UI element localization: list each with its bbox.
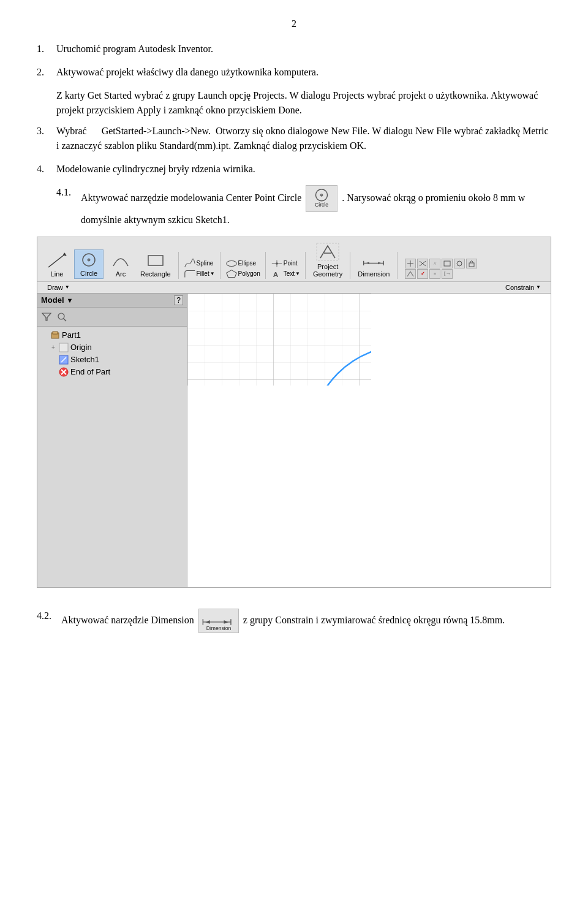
item41-text-before: Aktywować narzędzie modelowania Center P… bbox=[81, 192, 301, 203]
svg-point-32 bbox=[58, 313, 64, 319]
origin-icon bbox=[59, 343, 69, 352]
filter-btn[interactable] bbox=[40, 310, 53, 324]
canvas-area[interactable] bbox=[187, 294, 551, 587]
tool-line[interactable]: Line bbox=[42, 251, 72, 279]
item1-text: Uruchomić program Autodesk Inventor. bbox=[56, 42, 213, 56]
rt-btn-1[interactable] bbox=[405, 259, 416, 268]
model-panel-title: Model ▼ bbox=[41, 295, 73, 305]
spline-icon bbox=[184, 259, 196, 268]
rt-row-2: ✓ ≡ [→ bbox=[405, 269, 477, 279]
z-karty-text: Z karty Get Started wybrać z grupy Launc… bbox=[56, 90, 538, 115]
rt-btn-lock[interactable] bbox=[466, 259, 477, 268]
tree-item-end-of-part[interactable]: End of Part bbox=[37, 366, 187, 378]
part1-label: Part1 bbox=[62, 330, 81, 340]
circle-icon bbox=[79, 251, 99, 268]
line-icon bbox=[47, 252, 67, 269]
svg-rect-30 bbox=[469, 263, 474, 267]
item42-num: 4.2. bbox=[37, 609, 56, 623]
polygon-label: Polygon bbox=[238, 270, 260, 277]
draw-section-label[interactable]: Draw ▼ bbox=[42, 283, 75, 292]
constrain-section-label[interactable]: Constrain ▼ bbox=[500, 283, 546, 292]
svg-text:A: A bbox=[273, 270, 278, 278]
tool-point[interactable]: Point bbox=[271, 259, 300, 268]
fillet-label: Fillet bbox=[197, 270, 209, 277]
divider-6 bbox=[397, 252, 398, 279]
item41-num: 4.1. bbox=[56, 185, 76, 200]
model-panel-toolbar bbox=[37, 308, 187, 327]
section-2: 2. Aktywować projekt właściwy dla danego… bbox=[37, 65, 551, 80]
tool-dimension[interactable]: Dimension bbox=[355, 248, 392, 279]
tool-spline[interactable]: Spline bbox=[184, 259, 215, 268]
divider-4 bbox=[305, 252, 306, 279]
rt-row-1: // bbox=[405, 259, 477, 268]
model-panel-help-btn[interactable]: ? bbox=[174, 295, 183, 305]
section-42: 4.2. Aktywować narzędzie Dimension Dimen… bbox=[37, 609, 551, 633]
section-3: 3. Wybrać GetStarted->Launch->New. Otwor… bbox=[37, 124, 551, 153]
part1-icon bbox=[50, 330, 60, 340]
tool-arc[interactable]: Arc bbox=[106, 251, 135, 279]
item3-label: Wybrać bbox=[56, 126, 87, 136]
svg-rect-28 bbox=[444, 261, 450, 266]
draw-arrow: ▼ bbox=[65, 284, 70, 290]
origin-label: Origin bbox=[70, 343, 92, 352]
rt-btn-9[interactable]: [→ bbox=[442, 269, 453, 279]
rt-btn-5[interactable] bbox=[454, 259, 465, 268]
circle-tool-icon-inline: Circle bbox=[306, 185, 337, 212]
svg-marker-13 bbox=[226, 270, 236, 277]
svg-rect-43 bbox=[187, 294, 371, 386]
tree-item-sketch1[interactable]: Sketch1 bbox=[37, 354, 187, 366]
toolbar-label-row: Draw ▼ Constrain ▼ bbox=[37, 282, 551, 293]
tool-rectangle-label: Rectangle bbox=[140, 270, 171, 278]
tree-item-origin[interactable]: + Origin bbox=[37, 341, 187, 354]
dimension-icon bbox=[361, 249, 386, 269]
sketch-canvas bbox=[187, 294, 371, 386]
rt-btn-3[interactable]: // bbox=[429, 259, 440, 268]
model-tree: Part1 + Origin bbox=[37, 327, 187, 587]
tool-polygon[interactable]: Polygon bbox=[225, 269, 260, 279]
svg-point-12 bbox=[226, 260, 236, 266]
svg-marker-51 bbox=[205, 620, 210, 624]
text-icon: A bbox=[271, 269, 283, 279]
model-panel-header: Model ▼ ? bbox=[37, 294, 187, 308]
spline-fillet-group: Spline Fillet ▼ bbox=[184, 259, 215, 279]
end-icon bbox=[59, 367, 69, 377]
ellipse-polygon-group: Ellipse Polygon bbox=[225, 259, 260, 279]
part1-expand bbox=[41, 332, 48, 339]
item2-num: 2. bbox=[37, 65, 51, 80]
rectangle-icon bbox=[146, 252, 165, 269]
tool-fillet[interactable]: Fillet ▼ bbox=[184, 269, 215, 279]
section-z: Z karty Get Started wybrać z grupy Launc… bbox=[56, 88, 551, 118]
spacer bbox=[37, 588, 551, 602]
point-label: Point bbox=[284, 260, 298, 267]
tool-text[interactable]: A Text ▼ bbox=[271, 269, 300, 279]
search-btn[interactable] bbox=[55, 310, 69, 324]
rt-btn-6[interactable] bbox=[405, 269, 416, 279]
model-title-text: Model bbox=[41, 295, 64, 305]
rt-btn-8[interactable]: ≡ bbox=[429, 269, 440, 279]
svg-rect-36 bbox=[59, 343, 68, 352]
origin-expand[interactable]: + bbox=[50, 344, 57, 351]
item3-path: GetStarted->Launch->New. bbox=[102, 126, 211, 136]
model-dropdown-arrow[interactable]: ▼ bbox=[67, 297, 74, 304]
tool-circle-label: Circle bbox=[80, 270, 97, 277]
tool-circle[interactable]: Circle bbox=[74, 249, 104, 279]
divider-3 bbox=[265, 252, 266, 279]
text-label: Text bbox=[284, 270, 295, 277]
toolbar-row: Line Circle bbox=[37, 237, 551, 282]
constrain-arrow: ▼ bbox=[536, 284, 541, 290]
main-content: 1. Uruchomić program Autodesk Inventor. … bbox=[37, 42, 551, 633]
app-area: Model ▼ ? bbox=[37, 294, 551, 588]
rt-btn-4[interactable] bbox=[442, 259, 453, 268]
tool-ellipse[interactable]: Ellipse bbox=[225, 259, 260, 268]
item41-content: Aktywować narzędzie modelowania Center P… bbox=[81, 185, 551, 228]
rt-btn-2[interactable] bbox=[417, 259, 428, 268]
tool-rectangle[interactable]: Rectangle bbox=[138, 251, 173, 279]
item4-num: 4. bbox=[37, 162, 51, 177]
rt-btn-7[interactable]: ✓ bbox=[417, 269, 428, 279]
toolbar-container: Line Circle bbox=[37, 237, 551, 294]
tree-item-part1[interactable]: Part1 bbox=[37, 329, 187, 341]
tool-line-label: Line bbox=[51, 270, 64, 278]
divider-2 bbox=[220, 252, 221, 279]
item1-num: 1. bbox=[37, 42, 51, 56]
tool-project-geometry[interactable]: Project Geometry bbox=[311, 241, 345, 279]
